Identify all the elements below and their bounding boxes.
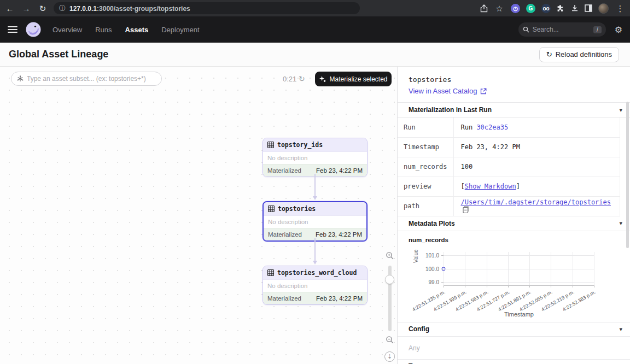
copy-path-icon[interactable] [463, 206, 469, 213]
nav-item-deployment[interactable]: Deployment [161, 26, 199, 34]
zoom-out-icon[interactable] [386, 336, 394, 344]
row-label: path [398, 196, 454, 216]
last-run-metadata-table: Run Run 30c2ea35 Timestamp Feb 23, 4:22 … [398, 118, 620, 216]
hamburger-menu-icon[interactable] [8, 26, 18, 33]
asset-node-timestamp: Feb 23, 4:22 PM [316, 295, 363, 302]
x-tick [508, 286, 509, 287]
refresh-countdown: 0:21 [283, 75, 296, 83]
nav-item-assets[interactable]: Assets [125, 26, 149, 34]
row-label: Timestamp [398, 137, 454, 157]
plot-title: num_records [409, 237, 630, 243]
extension-grammarly-icon[interactable]: G [526, 4, 535, 13]
asset-node-timestamp: Feb 23, 4:22 PM [316, 167, 363, 174]
asset-node-topstory-ids[interactable]: topstory_ids No description Materialized… [262, 138, 368, 177]
refresh-now-icon[interactable]: ↻ [299, 74, 305, 83]
search-icon [523, 26, 529, 33]
share-icon[interactable] [480, 4, 488, 13]
reload-definitions-button[interactable]: ↻ Reload definitions [539, 47, 619, 62]
view-in-asset-catalog-link[interactable]: View in Asset Catalog [409, 87, 487, 95]
row-value: [Show Markdown] [454, 177, 620, 196]
section-materialization-last-run[interactable]: Materialization in Last Run ▾ [398, 103, 630, 118]
browser-profile-avatar[interactable] [598, 3, 609, 14]
x-tick [529, 286, 530, 287]
row-value: Run 30c2ea35 [454, 118, 620, 137]
materialize-icon [319, 75, 326, 83]
asset-table-icon [267, 269, 274, 276]
asset-node-description: No description [263, 279, 367, 292]
browser-menu-icon[interactable]: ⋮ [615, 4, 626, 13]
x-axis-ticks: 4:22:51.235 p.m.4:22:51.399 p.m.4:22:51.… [444, 289, 594, 308]
external-link-icon [480, 88, 487, 95]
extension-1password-icon[interactable]: ◷ [511, 4, 520, 13]
extension-goggles-icon[interactable]: oo [541, 4, 551, 13]
recenter-view-icon[interactable]: ⇣ [384, 351, 395, 362]
lineage-edge [314, 238, 316, 261]
y-tick-label: 99.0 [429, 279, 439, 285]
dagster-logo[interactable] [25, 21, 42, 38]
nav-item-runs[interactable]: Runs [95, 26, 112, 34]
nav-item-overview[interactable]: Overview [52, 26, 82, 34]
section-type[interactable]: Type ▾ [398, 359, 630, 364]
plot-area [444, 252, 594, 286]
extensions-puzzle-icon[interactable] [557, 4, 565, 13]
asset-node-description: No description [263, 151, 367, 164]
x-tick [551, 286, 551, 287]
section-config[interactable]: Config ▾ [398, 322, 630, 337]
lineage-edge [314, 174, 316, 197]
reload-icon: ↻ [546, 50, 552, 58]
row-value: Feb 23, 4:22 PM [454, 137, 620, 157]
y-tick [441, 282, 444, 283]
asset-node-description: No description [264, 215, 366, 228]
nav-items: Overview Runs Assets Deployment [52, 26, 200, 34]
browser-reload-icon[interactable]: ↻ [37, 4, 48, 13]
asset-details-panel: topstories View in Asset Catalog Materia… [397, 67, 630, 364]
asset-table-icon [267, 142, 274, 148]
config-value: Any [409, 344, 630, 352]
lineage-canvas[interactable]: 0:21 ↻ Materialize selected topstory_ids… [0, 67, 397, 364]
sidebar-toggle-icon[interactable] [585, 4, 592, 12]
bookmark-star-icon[interactable]: ☆ [494, 4, 505, 13]
section-metadata-plots[interactable]: Metadata Plots ▾ [398, 216, 630, 231]
x-tick [594, 286, 594, 287]
zoom-slider-handle[interactable] [385, 275, 394, 284]
row-value: /Users/tim/.dagster/storage/topstories [454, 196, 620, 216]
asset-node-status: Materialized [267, 295, 301, 302]
x-axis-label: Timestamp [444, 311, 594, 318]
global-search[interactable]: / [518, 22, 606, 37]
path-link[interactable]: /Users/tim/.dagster/storage/topstories [460, 198, 611, 206]
materialize-selected-button[interactable]: Materialize selected [315, 72, 392, 86]
row-label: Run [398, 118, 454, 137]
page-title: Global Asset Lineage [9, 49, 108, 60]
browser-back-icon[interactable]: ← [4, 4, 15, 13]
run-id-link[interactable]: 30c2ea35 [476, 124, 508, 131]
y-tick-label: 101.0 [425, 253, 439, 259]
asset-filter-input[interactable] [27, 75, 147, 83]
url-text: 127.0.0.1:3000/asset-groups/topstories [69, 3, 190, 13]
x-tick [487, 286, 487, 287]
asset-node-topstories-word-cloud[interactable]: topstories_word_cloud No description Mat… [262, 266, 368, 305]
chevron-down-icon[interactable]: ▾ [619, 220, 622, 227]
show-markdown-link[interactable]: Show Markdown [465, 183, 516, 190]
table-row: preview [Show Markdown] [398, 177, 620, 196]
row-value: 100 [454, 157, 620, 177]
asset-node-timestamp: Feb 23, 4:22 PM [316, 231, 362, 238]
table-row: path /Users/tim/.dagster/storage/topstor… [398, 196, 620, 216]
row-label: preview [398, 177, 454, 196]
asset-filter[interactable] [11, 72, 162, 86]
address-bar[interactable]: ⓘ 127.0.0.1:3000/asset-groups/topstories [54, 2, 360, 14]
downloads-icon[interactable] [571, 4, 579, 12]
site-info-icon[interactable]: ⓘ [59, 4, 66, 13]
x-tick [573, 286, 573, 287]
asset-node-topstories[interactable]: topstories No description Materialized F… [262, 201, 368, 242]
chevron-down-icon[interactable]: ▾ [619, 326, 622, 333]
settings-gear-icon[interactable]: ⚙ [615, 25, 622, 35]
browser-forward-icon[interactable]: → [21, 4, 32, 13]
app-navbar: Overview Runs Assets Deployment / ⚙ [0, 16, 630, 43]
y-axis-ticks: 101.0100.099.0 [398, 252, 439, 286]
asset-node-name: topstory_ids [277, 141, 323, 149]
search-input[interactable] [533, 26, 582, 33]
chevron-down-icon[interactable]: ▾ [619, 107, 622, 114]
panel-scrollbar[interactable] [626, 102, 629, 248]
zoom-in-icon[interactable] [386, 251, 394, 260]
browser-toolbar: ← → ↻ ⓘ 127.0.0.1:3000/asset-groups/tops… [0, 0, 630, 16]
